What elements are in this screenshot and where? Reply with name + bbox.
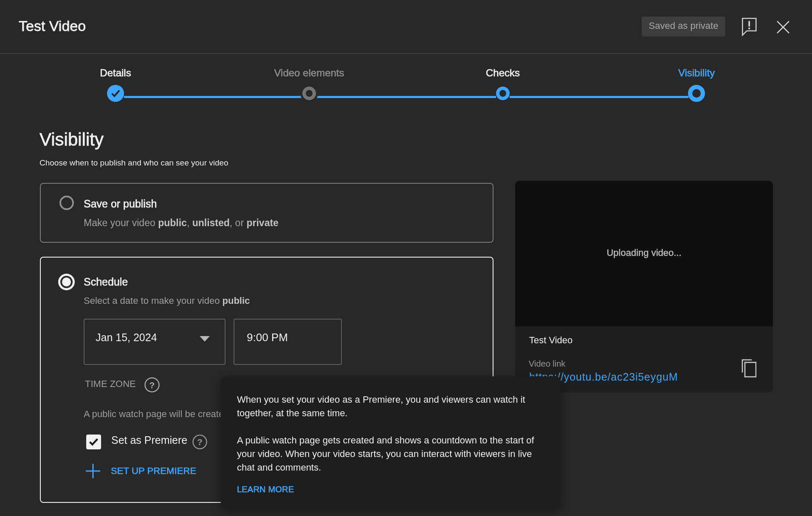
svg-text:?: ? bbox=[149, 380, 155, 390]
svg-text:?: ? bbox=[197, 437, 202, 447]
